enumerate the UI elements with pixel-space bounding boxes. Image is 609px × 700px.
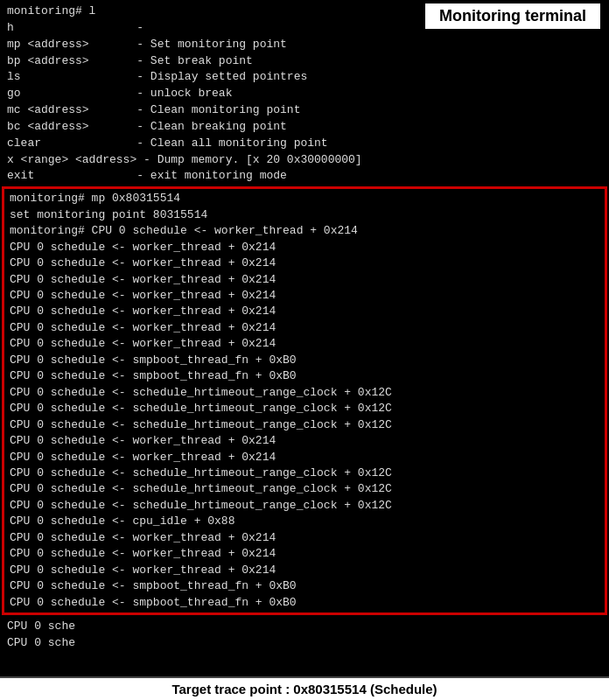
mon-line-5: CPU 0 schedule <- worker_thread + 0x214 bbox=[10, 272, 599, 288]
mon-line-22: CPU 0 schedule <- worker_thread + 0x214 bbox=[10, 546, 599, 562]
mon-line-2: monitoring# CPU 0 schedule <- worker_thr… bbox=[10, 223, 599, 239]
mon-line-6: CPU 0 schedule <- worker_thread + 0x214 bbox=[10, 288, 599, 304]
mon-line-14: CPU 0 schedule <- schedule_hrtimeout_ran… bbox=[10, 417, 599, 433]
mon-line-15: CPU 0 schedule <- worker_thread + 0x214 bbox=[10, 433, 599, 449]
mon-line-25: CPU 0 schedule <- smpboot_thread_fn + 0x… bbox=[10, 595, 599, 611]
mon-line-8: CPU 0 schedule <- worker_thread + 0x214 bbox=[10, 320, 599, 336]
help-line-2: mp <address> - Set monitoring point bbox=[7, 37, 602, 53]
mon-line-19: CPU 0 schedule <- schedule_hrtimeout_ran… bbox=[10, 498, 599, 514]
mon-line-10: CPU 0 schedule <- smpboot_thread_fn + 0x… bbox=[10, 353, 599, 368]
bottom-line-0: CPU 0 sche bbox=[7, 619, 602, 635]
bottom-line-1: CPU 0 sche bbox=[7, 635, 602, 652]
mon-line-1: set monitoring point 80315514 bbox=[10, 207, 599, 223]
help-section: Monitoring terminal monitoring# l h - mp… bbox=[0, 0, 609, 185]
terminal-wrapper: Monitoring terminal monitoring# l h - mp… bbox=[0, 0, 609, 700]
mon-line-21: CPU 0 schedule <- worker_thread + 0x214 bbox=[10, 530, 599, 546]
mon-line-17: CPU 0 schedule <- schedule_hrtimeout_ran… bbox=[10, 466, 599, 481]
help-line-6: mc <address> - Clean monitoring point bbox=[7, 102, 602, 119]
mon-line-11: CPU 0 schedule <- smpboot_thread_fn + 0x… bbox=[10, 368, 599, 384]
help-line-9: x <range> <address> - Dump memory. [x 20… bbox=[7, 152, 602, 169]
monitored-section: monitoring# mp 0x80315514 set monitoring… bbox=[2, 186, 607, 615]
bottom-lines: CPU 0 sche CPU 0 sche bbox=[0, 617, 609, 654]
mon-line-4: CPU 0 schedule <- worker_thread + 0x214 bbox=[10, 256, 599, 271]
help-line-5: go - unlock break bbox=[7, 86, 602, 102]
help-line-4: ls - Display setted pointres bbox=[7, 69, 602, 86]
monitoring-terminal-title: Monitoring terminal bbox=[424, 2, 602, 31]
mon-line-13: CPU 0 schedule <- schedule_hrtimeout_ran… bbox=[10, 401, 599, 416]
mon-line-24: CPU 0 schedule <- smpboot_thread_fn + 0x… bbox=[10, 578, 599, 594]
help-line-3: bp <address> - Set break point bbox=[7, 53, 602, 70]
mon-line-7: CPU 0 schedule <- worker_thread + 0x214 bbox=[10, 304, 599, 319]
mon-line-3: CPU 0 schedule <- worker_thread + 0x214 bbox=[10, 240, 599, 256]
help-line-10: exit - exit monitoring mode bbox=[7, 168, 602, 185]
mon-line-18: CPU 0 schedule <- schedule_hrtimeout_ran… bbox=[10, 481, 599, 497]
mon-line-0: monitoring# mp 0x80315514 bbox=[10, 191, 599, 206]
mon-line-9: CPU 0 schedule <- worker_thread + 0x214 bbox=[10, 336, 599, 352]
status-bar: Target trace point : 0x80315514 (Schedul… bbox=[0, 676, 609, 700]
help-line-8: clear - Clean all monitoring point bbox=[7, 136, 602, 152]
help-line-7: bc <address> - Clean breaking point bbox=[7, 119, 602, 136]
mon-line-12: CPU 0 schedule <- schedule_hrtimeout_ran… bbox=[10, 385, 599, 401]
mon-line-16: CPU 0 schedule <- worker_thread + 0x214 bbox=[10, 450, 599, 466]
mon-line-23: CPU 0 schedule <- worker_thread + 0x214 bbox=[10, 563, 599, 578]
mon-line-20: CPU 0 schedule <- cpu_idle + 0x88 bbox=[10, 514, 599, 529]
